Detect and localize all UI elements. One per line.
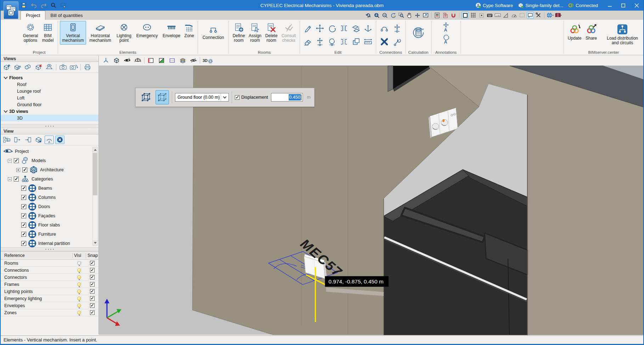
edit-move-point-icon[interactable] <box>315 37 325 47</box>
visibility-bulb-icon[interactable] <box>77 311 81 315</box>
edit-view-icon[interactable] <box>13 63 22 71</box>
views-tree-3d-views[interactable]: 3D views <box>1 108 98 115</box>
tree-node-models[interactable]: Models <box>1 156 98 165</box>
selection-frame-icon[interactable] <box>462 12 469 19</box>
axes-tripod-icon[interactable] <box>102 57 110 64</box>
tree-item-floor-slabs[interactable]: Floor slabs <box>1 220 98 230</box>
load-distribution-button[interactable]: Load distribution and circuits <box>605 21 640 47</box>
tree-item-furniture[interactable]: Furniture <box>1 230 98 239</box>
zoom-previous-icon[interactable] <box>365 12 372 19</box>
horizontal-mechanism-button[interactable]: Horizontal mechanism <box>86 21 114 45</box>
search-icon[interactable] <box>50 2 57 8</box>
edit-copy-icon[interactable] <box>351 37 361 47</box>
redraw-icon[interactable] <box>389 12 396 19</box>
checkbox-checked[interactable] <box>22 167 27 172</box>
help-book-icon[interactable] <box>555 12 562 19</box>
assistant-icon[interactable] <box>60 2 67 8</box>
scroll-up-button[interactable] <box>93 147 97 153</box>
grid-icon[interactable] <box>470 12 477 19</box>
edit-erase-icon[interactable] <box>303 37 313 47</box>
snap-checkbox[interactable] <box>90 275 95 280</box>
checkbox-checked[interactable] <box>21 186 26 191</box>
marquee-icon[interactable] <box>519 12 526 19</box>
tree-item-columns[interactable]: Columns <box>1 193 98 202</box>
connections-delete-icon[interactable] <box>379 37 389 47</box>
snap-checkbox[interactable] <box>90 289 95 294</box>
expand-branch-icon[interactable] <box>23 136 33 144</box>
pan-arrows-icon[interactable] <box>414 12 421 19</box>
connections-reassign-icon[interactable] <box>392 37 402 47</box>
snap-checkbox[interactable] <box>90 303 95 308</box>
tree-item-internal-partition[interactable]: Internal partition <box>1 239 98 247</box>
general-options-button[interactable]: General options <box>21 21 40 45</box>
calculation-button[interactable] <box>407 21 429 41</box>
emergency-button[interactable]: Emergency <box>134 21 160 40</box>
plane-select[interactable]: Ground floor (0.00 m) <box>175 93 229 102</box>
snap-checkbox[interactable] <box>90 296 95 301</box>
envelope-button[interactable]: Envelope <box>160 21 182 40</box>
bimserver-update-button[interactable]: Update <box>566 21 583 42</box>
undo-icon[interactable] <box>30 2 37 8</box>
turntable-icon[interactable] <box>134 57 142 64</box>
maximize-button[interactable] <box>616 0 630 11</box>
scroll-down-button[interactable] <box>93 240 97 246</box>
edit-measure-icon[interactable] <box>363 37 373 47</box>
edit-copy-planes-icon[interactable] <box>351 23 361 33</box>
section-pin-icon[interactable] <box>45 136 54 144</box>
expand-expander[interactable] <box>16 168 20 172</box>
collapse-branch-icon[interactable] <box>13 136 22 144</box>
checkbox-checked[interactable] <box>21 232 26 237</box>
dimension-icon[interactable]: 1.00 <box>494 12 501 19</box>
lighting-point-button[interactable]: Lighting point <box>114 21 134 45</box>
snap-magnet-icon[interactable] <box>450 12 457 19</box>
expand-tree-icon[interactable] <box>2 136 11 144</box>
clear-filter-icon[interactable] <box>55 136 64 144</box>
tree-item-doors[interactable]: Doors <box>1 202 98 211</box>
edit-symmetry-move-icon[interactable] <box>339 37 349 47</box>
tab-bill-of-quantities[interactable]: Bill of quantities <box>45 11 87 20</box>
select-dropdown-button[interactable] <box>221 93 228 101</box>
pan-hand-icon[interactable] <box>406 12 413 19</box>
section-dashed-icon[interactable] <box>168 57 176 64</box>
views-tree-item-3d[interactable]: 3D <box>1 115 98 121</box>
checkbox-checked[interactable] <box>21 223 26 228</box>
render-3d-settings-icon[interactable]: 3D <box>202 57 214 64</box>
checkbox-checked[interactable] <box>21 204 26 209</box>
hide-eye-icon[interactable] <box>189 57 198 64</box>
application-menu-button[interactable] <box>4 1 18 19</box>
collapse-expander[interactable] <box>8 177 12 181</box>
account-project[interactable]: Single-family det... <box>518 2 563 8</box>
add-view-icon[interactable] <box>2 63 11 71</box>
zone-button[interactable]: Zone <box>182 21 196 40</box>
section-box-red-icon[interactable] <box>147 57 155 64</box>
edit-pencil-icon[interactable] <box>303 23 313 33</box>
define-room-button[interactable]: Define room <box>231 21 247 45</box>
set-square-icon[interactable] <box>502 12 509 19</box>
delete-view-icon[interactable] <box>34 63 43 71</box>
ortho-point-icon[interactable] <box>478 12 485 19</box>
duplicate-view-icon[interactable] <box>23 63 33 71</box>
snap-checkbox[interactable] <box>90 261 95 265</box>
edit-symmetry-copy-icon[interactable] <box>339 23 349 33</box>
bimserver-share-button[interactable]: Share <box>583 21 599 42</box>
displacement-value-input[interactable]: 0.450 <box>271 93 303 102</box>
tree-root-project[interactable]: Project <box>1 147 98 156</box>
views-tree-item-ground-floor[interactable]: Ground floor <box>1 101 98 108</box>
viewport-3d[interactable]: 3D <box>99 56 643 334</box>
wireframe-view-button[interactable] <box>156 90 169 104</box>
tree-scrollbar[interactable] <box>92 147 98 246</box>
scrollbar-thumb[interactable] <box>93 153 97 195</box>
panel-splitter[interactable] <box>1 247 98 251</box>
views-tree-item-lounge-roof[interactable]: Lounge roof <box>1 88 98 94</box>
panel-splitter[interactable] <box>1 124 98 128</box>
view-cube-icon[interactable] <box>112 57 121 64</box>
visibility-bulb-icon[interactable] <box>77 275 81 279</box>
zoom-x2-icon[interactable]: x2 <box>381 12 388 19</box>
edit-rotate-icon[interactable] <box>327 23 337 33</box>
connection-status[interactable]: Connected <box>568 2 598 8</box>
checkbox-checked[interactable] <box>21 213 26 218</box>
annotation-rotate-icon[interactable]: A <box>441 34 451 44</box>
camera-path-icon[interactable] <box>69 63 78 71</box>
snap-checkbox[interactable] <box>90 282 95 287</box>
close-button[interactable] <box>630 0 643 11</box>
